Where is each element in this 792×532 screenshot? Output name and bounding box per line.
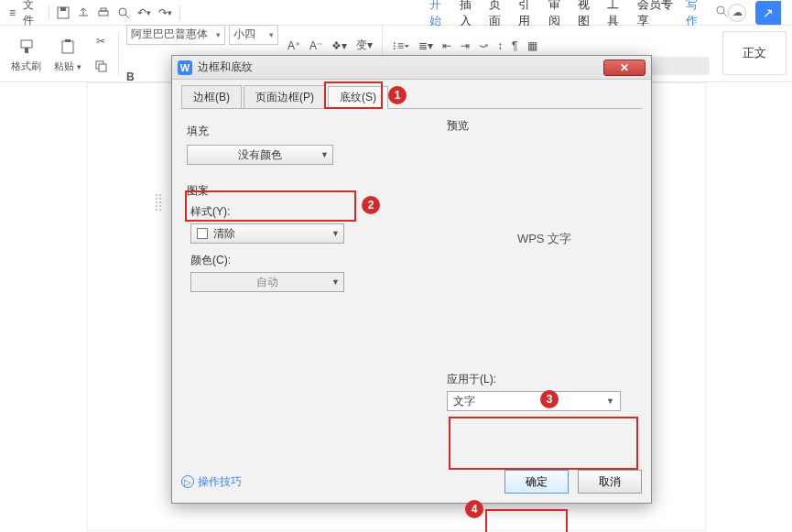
svg-rect-1 — [60, 7, 66, 11]
tab-border[interactable]: 边框(B) — [181, 85, 242, 108]
pattern-label: 图案 — [187, 183, 438, 199]
chevron-down-icon: ▼ — [331, 229, 340, 238]
svg-point-4 — [119, 8, 126, 16]
svg-line-5 — [125, 15, 129, 18]
increase-font-icon[interactable]: A⁺ — [288, 39, 300, 52]
svg-rect-3 — [101, 8, 106, 11]
ok-label: 确定 — [526, 474, 548, 490]
svg-point-6 — [717, 6, 724, 14]
tab-page-border[interactable]: 页面边框(P) — [244, 85, 326, 108]
indent-right-icon[interactable]: ⇥ — [461, 39, 470, 52]
share-button[interactable]: ↗ — [755, 1, 781, 25]
play-icon: ▷ — [181, 475, 194, 488]
svg-line-7 — [723, 13, 727, 16]
menubar: ≡ 文件 ↶ ▾ ↷ ▾ 开始 插入 页面 引用 审阅 视图 工具 会员专享 写… — [0, 0, 792, 26]
tab-member[interactable]: 会员专享 — [637, 0, 675, 29]
sort-icon[interactable]: ↕ — [497, 39, 503, 52]
decrease-font-icon[interactable]: A⁻ — [309, 39, 322, 52]
font-name-select[interactable]: 阿里巴巴普惠体▾ — [126, 25, 225, 45]
preview-label: 预览 — [447, 118, 642, 134]
drag-handle-icon[interactable]: ⠿⠿ — [154, 196, 163, 211]
apply-value: 文字 — [453, 394, 475, 409]
ribbon-tabs: 开始 插入 页面 引用 审阅 视图 工具 会员专享 写作 — [184, 0, 728, 25]
cut-copy-group: ✂ — [91, 29, 111, 79]
font-name-value: 阿里巴巴普惠体 — [131, 27, 208, 42]
tips-link[interactable]: ▷ 操作技巧 — [181, 474, 242, 490]
tab-icon[interactable]: ⤻ — [479, 39, 488, 52]
copy-icon[interactable] — [94, 54, 107, 79]
style-swatch-icon — [197, 228, 208, 239]
fill-value: 没有颜色 — [193, 147, 327, 163]
chevron-down-icon: ▼ — [331, 277, 340, 287]
cancel-label: 取消 — [599, 474, 621, 490]
color-select[interactable]: 自动 ▼ — [190, 272, 344, 292]
style-body-label: 正文 — [743, 45, 766, 61]
export-icon[interactable] — [73, 1, 93, 25]
style-value: 清除 — [213, 226, 235, 242]
app-icon: W — [178, 60, 192, 75]
style-select[interactable]: 清除 ▼ — [190, 223, 344, 244]
tab-review[interactable]: 审阅 — [548, 0, 567, 29]
ok-button[interactable]: 确定 — [504, 470, 569, 494]
svg-rect-13 — [99, 64, 106, 71]
preview-text: WPS 文字 — [517, 231, 571, 247]
redo-icon[interactable]: ↷ ▾ — [155, 1, 176, 25]
clear-format-icon[interactable]: ❖▾ — [331, 39, 347, 52]
svg-rect-9 — [25, 48, 28, 53]
svg-rect-11 — [65, 39, 71, 42]
style-label: 样式(Y): — [190, 204, 438, 220]
close-button[interactable]: ✕ — [603, 60, 646, 76]
bullets-icon[interactable]: ⫶≡▾ — [392, 39, 409, 52]
preview-area: WPS 文字 — [447, 134, 642, 344]
bold-button[interactable]: B — [126, 71, 135, 83]
save-icon[interactable] — [53, 1, 73, 25]
border-icon[interactable]: ▦ — [527, 39, 537, 52]
print-icon[interactable] — [93, 1, 114, 25]
dialog-titlebar[interactable]: W 边框和底纹 ✕ — [172, 56, 651, 80]
fill-select[interactable]: 没有颜色 ▼ — [187, 145, 333, 165]
menu-file[interactable]: 文件 — [19, 1, 45, 25]
apply-label: 应用于(L): — [447, 372, 636, 387]
indent-left-icon[interactable]: ⇤ — [442, 39, 451, 52]
fill-label: 填充 — [187, 124, 438, 139]
borders-shading-dialog: W 边框和底纹 ✕ 边框(B) 页面边框(P) 底纹(S) 填充 没有颜色 ▼ … — [171, 55, 652, 504]
dialog-tabs: 边框(B) 页面边框(P) 底纹(S) — [181, 85, 642, 109]
numbering-icon[interactable]: ≣▾ — [418, 39, 433, 52]
cut-icon[interactable]: ✂ — [96, 29, 105, 54]
tab-view[interactable]: 视图 — [578, 0, 596, 29]
format-painter-group[interactable]: 格式刷 — [7, 29, 45, 79]
search-icon[interactable] — [715, 5, 728, 20]
chevron-down-icon: ▼ — [606, 396, 614, 406]
paste-label: 粘贴 — [54, 60, 74, 71]
format-painter-label: 格式刷 — [11, 60, 41, 73]
show-marks-icon[interactable]: ¶ — [512, 39, 517, 52]
svg-rect-8 — [21, 40, 32, 48]
tips-label: 操作技巧 — [198, 474, 242, 490]
cancel-button[interactable]: 取消 — [578, 470, 642, 494]
undo-icon[interactable]: ↶ ▾ — [134, 1, 155, 25]
chevron-down-icon: ▼ — [320, 150, 329, 159]
tab-shading[interactable]: 底纹(S) — [328, 86, 388, 109]
color-value: 自动 — [197, 275, 338, 290]
svg-rect-2 — [99, 11, 108, 16]
color-label: 颜色(C): — [190, 253, 438, 268]
phonetic-guide-icon[interactable]: 变▾ — [356, 38, 373, 53]
cloud-icon[interactable]: ☁ — [728, 4, 746, 22]
dialog-title: 边框和底纹 — [198, 60, 253, 75]
tab-write[interactable]: 写作 — [686, 0, 704, 29]
style-body[interactable]: 正文 — [722, 31, 787, 75]
paste-group[interactable]: 粘贴 ▾ — [50, 29, 85, 79]
apply-select[interactable]: 文字 ▼ — [447, 391, 621, 411]
close-icon: ✕ — [620, 61, 629, 74]
tab-tools[interactable]: 工具 — [607, 0, 625, 29]
svg-rect-10 — [62, 41, 73, 53]
print-preview-icon[interactable] — [114, 1, 134, 25]
font-size-value: 小四 — [233, 27, 255, 42]
font-size-select[interactable]: 小四▾ — [229, 25, 278, 45]
menu-hamburger-icon[interactable]: ≡ — [5, 1, 19, 25]
